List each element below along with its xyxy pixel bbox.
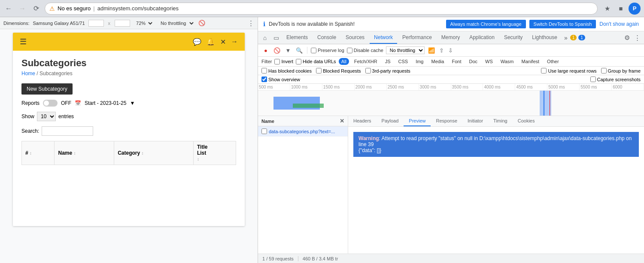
tab-response[interactable]: Response [431,116,462,126]
show-select[interactable]: 10 [37,112,56,121]
zoom-select[interactable]: 72% [134,20,154,27]
forward-button[interactable]: → [17,3,27,14]
tick-6000: 6000 [612,84,644,90]
tab-preview[interactable]: Preview [404,116,431,126]
filter-font[interactable]: Font [449,58,464,65]
more-tabs-button[interactable]: » [562,34,569,41]
tab-console[interactable]: Console [313,32,340,44]
back-button[interactable]: ← [3,3,14,14]
tab-initiator[interactable]: Initiator [462,116,488,126]
search-network-button[interactable]: 🔍 [295,46,304,55]
new-subcategory-button[interactable]: New Subcategory [21,83,73,95]
filter-icon-button[interactable]: ▼ [284,46,292,55]
invert-checkbox[interactable]: Invert [274,59,293,64]
throttle-select[interactable]: No throttling [157,20,195,27]
height-input[interactable]: 914 [115,20,130,27]
tab-application[interactable]: Application [465,32,499,44]
match-language-button[interactable]: Always match Chrome's language [446,20,526,28]
refresh-icon[interactable]: ✕ [220,38,226,46]
extensions-button[interactable]: ■ [615,3,627,15]
calendar-icon: 📅 [75,100,81,106]
breadcrumb-home[interactable]: Home [21,70,35,76]
settings-icon[interactable]: ⚙ [623,34,632,42]
address-bar[interactable]: ⚠ No es seguro | adminsystem.com/subcate… [45,3,598,15]
filter-doc[interactable]: Doc [466,58,480,65]
filter-js[interactable]: JS [383,58,393,65]
tab-cookies[interactable]: Cookies [513,116,540,126]
network-toolbar: ● 🚫 ▼ 🔍 Preserve log Disable cache No th… [258,44,644,57]
filter-media[interactable]: Media [428,58,447,65]
blocked-requests-checkbox[interactable]: Blocked Requests [316,68,361,73]
more-options-icon[interactable]: ⋮ [248,19,254,27]
date-dropdown-icon[interactable]: ▼ [130,100,135,106]
col-name: Name ↕ [55,141,114,165]
logout-icon[interactable]: → [231,38,238,46]
request-item[interactable]: data-subcategories.php?text=... [258,126,348,137]
page-title: Subcategories [21,58,236,69]
download-icon[interactable]: ⇩ [447,46,454,55]
tab-performance[interactable]: Performance [398,32,436,44]
timeline-ruler: 500 ms 1000 ms 1500 ms 2000 ms 2500 ms 3… [258,84,644,91]
dimensions-label: Dimensions: [3,21,30,26]
capture-screenshots-checkbox[interactable]: Capture screenshots [590,76,641,82]
col-title-list: TitleList ↕ [193,141,236,165]
preserve-log-checkbox[interactable]: Preserve log [311,48,344,53]
width-input[interactable]: 412 [88,20,104,27]
tab-network[interactable]: Network [370,32,397,44]
info-icon: ℹ [263,21,265,28]
tab-headers[interactable]: Headers [348,116,377,126]
profile-button[interactable]: P [629,3,641,15]
reload-button[interactable]: ⟳ [31,3,41,14]
tick-500: 500 ms [258,84,290,90]
disable-cache-checkbox[interactable]: Disable cache [347,48,383,53]
use-large-rows-checkbox[interactable]: Use large request rows [541,68,596,73]
search-input[interactable] [42,126,93,136]
tab-elements[interactable]: Elements [282,32,312,44]
filter-wasm[interactable]: Wasm [498,58,516,65]
filter-other[interactable]: Other [544,58,562,65]
tab-sources[interactable]: Sources [341,32,369,44]
cursor-icon[interactable]: ⌂ [260,32,270,44]
filter-fetch-xhr[interactable]: Fetch/XHR [352,58,380,65]
filter-manifest[interactable]: Manifest [519,58,542,65]
request-checkbox[interactable] [261,128,267,134]
page-header-bar: ☰ 💬 🔔 ✕ → [13,33,245,51]
json-response: {"data": []} [358,147,381,153]
devtools-more-icon[interactable]: ⋮ [632,34,642,42]
filter-css[interactable]: CSS [396,58,411,65]
throttle-dropdown[interactable]: No throttling [386,46,425,54]
main-container: Dimensions: Samsung Galaxy A51/71 412 x … [0,17,644,263]
hide-data-urls-checkbox[interactable]: Hide data URLs [296,59,336,64]
third-party-checkbox[interactable]: 3rd-party requests [365,68,410,73]
switch-devtools-button[interactable]: Switch DevTools to Spanish [529,20,596,28]
warning-block: Warning: Attempt to read property "statu… [353,132,639,157]
filter-ws[interactable]: WS [483,58,495,65]
tab-payload[interactable]: Payload [377,116,404,126]
bookmark-button[interactable]: ★ [601,3,613,15]
hamburger-icon[interactable]: ☰ [20,37,27,46]
close-request-detail-icon[interactable]: ✕ [340,118,344,124]
upload-icon[interactable]: ⇧ [438,46,445,55]
tab-memory[interactable]: Memory [437,32,464,44]
notification-text: DevTools is now available in Spanish! [269,21,443,27]
record-button[interactable]: ● [261,46,270,55]
dont-show-again-link[interactable]: Don't show again [599,21,639,27]
tab-security[interactable]: Security [500,32,527,44]
blocked-cookies-checkbox[interactable]: Has blocked cookies [261,68,312,73]
group-by-frame-checkbox[interactable]: Group by frame [601,68,641,73]
requests-list: Name ✕ data-subcategories.php?text=... [258,116,348,254]
wifi-icon[interactable]: 📶 [427,46,436,55]
device-select[interactable]: Samsung Galaxy A51/71 [33,21,85,26]
tab-timing[interactable]: Timing [488,116,513,126]
clear-button[interactable]: 🚫 [273,46,281,55]
reports-toggle[interactable] [43,100,58,107]
filter-img[interactable]: Img [413,58,426,65]
filter-all[interactable]: All [339,58,349,65]
show-overview-checkbox[interactable]: Show overview [261,76,300,82]
bell-icon[interactable]: 🔔 [207,38,215,46]
device-icon[interactable]: ▭ [271,32,281,44]
transfer-size: 460 B / 3.4 MB tr [303,256,338,261]
tab-lighthouse[interactable]: Lighthouse [528,32,562,44]
chat-icon[interactable]: 💬 [193,38,201,46]
network-split: Name ✕ data-subcategories.php?text=... H… [258,116,644,254]
